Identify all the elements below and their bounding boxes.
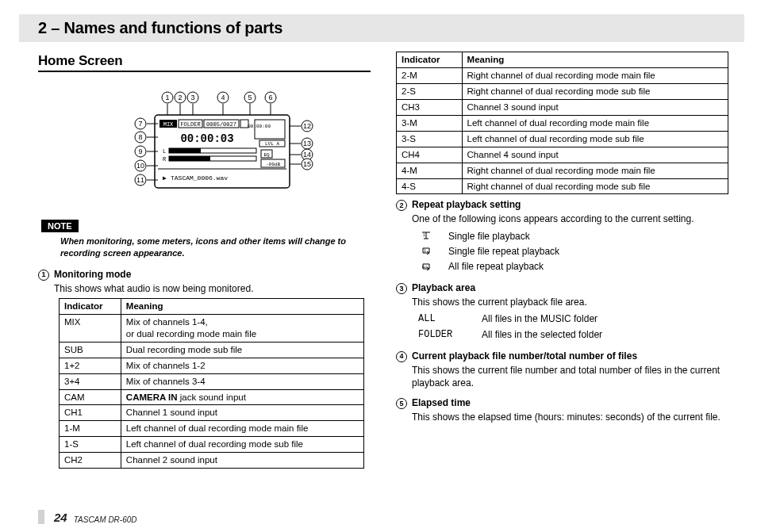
item-number-icon: 3 xyxy=(396,283,407,294)
table-cell: 2-M xyxy=(397,67,463,83)
svg-text:14: 14 xyxy=(302,151,310,159)
table-row: CH4Channel 4 sound input xyxy=(397,147,728,163)
svg-text:EQ: EQ xyxy=(263,152,270,158)
svg-text:L: L xyxy=(163,148,166,155)
svg-text:12: 12 xyxy=(302,122,310,130)
table-row: CH1Channel 1 sound input xyxy=(60,405,364,421)
mapping-list: ALLAll files in the MUSIC folderFOLDERAl… xyxy=(418,312,728,342)
item-title: Elapsed time xyxy=(412,397,471,408)
item-number-icon: 4 xyxy=(396,351,407,362)
svg-text:LVL A: LVL A xyxy=(264,141,279,147)
note-text: When monitoring, some meters, icons and … xyxy=(60,235,371,259)
table-cell: Mix of channels 3-4 xyxy=(121,373,364,389)
table-row: CH3Channel 3 sound input xyxy=(397,99,728,115)
table-cell: 4-S xyxy=(397,178,463,194)
item-desc: This shows what audio is now being monit… xyxy=(54,282,371,295)
table-cell: SUB xyxy=(60,342,121,358)
table-cell: CAMERA IN jack sound input xyxy=(121,389,364,405)
all-repeat-icon: ALL xyxy=(418,262,434,273)
options-list: 1Single file playback1Single file repeat… xyxy=(418,229,728,275)
table-cell: Mix of channels 1-4,or dual recording mo… xyxy=(121,314,364,342)
table-cell: MIX xyxy=(60,314,121,342)
table-row: 3+4Mix of channels 3-4 xyxy=(60,373,364,389)
table-cell: 3+4 xyxy=(60,373,121,389)
note-tag: NOTE xyxy=(41,220,79,232)
table-cell: CH2 xyxy=(60,453,121,469)
svg-text:8: 8 xyxy=(138,133,142,141)
table-header: Indicator xyxy=(397,52,463,68)
item-title: Repeat playback setting xyxy=(412,199,521,210)
svg-rect-36 xyxy=(169,156,210,161)
svg-text:00:00:00: 00:00:00 xyxy=(248,124,271,129)
table-cell: Left channel of dual recording mode sub … xyxy=(462,131,728,147)
table-cell: 3-M xyxy=(397,115,463,131)
svg-text:3: 3 xyxy=(190,94,194,101)
table-cell: CH3 xyxy=(397,99,463,115)
svg-text:ALL: ALL xyxy=(422,265,428,269)
svg-text:TASCAM_0006.wav: TASCAM_0006.wav xyxy=(171,174,228,182)
single-play-icon: 1 xyxy=(418,231,434,242)
table-cell: Right channel of dual recording mode sub… xyxy=(462,83,728,99)
svg-text:▶: ▶ xyxy=(163,174,167,182)
svg-text:6: 6 xyxy=(268,94,272,101)
chapter-title: 2 – Names and functions of parts xyxy=(19,14,744,42)
home-screen-diagram: 1 2 3 4 5 6 xyxy=(38,80,371,207)
table-row: 2-MRight channel of dual recording mode … xyxy=(397,67,728,83)
table-row: 3-SLeft channel of dual recording mode s… xyxy=(397,131,728,147)
table-cell: Mix of channels 1-2 xyxy=(121,358,364,373)
table-cell: 2-S xyxy=(397,83,463,99)
svg-text:10: 10 xyxy=(136,162,144,170)
table-cell: CAM xyxy=(60,389,121,405)
footer-model: TASCAM DR-60D xyxy=(74,515,137,524)
svg-text:7: 7 xyxy=(138,120,142,128)
table-row: CAMCAMERA IN jack sound input xyxy=(60,389,364,405)
table-cell: 1-S xyxy=(60,437,121,453)
table-header: Indicator xyxy=(60,298,121,314)
option-row: 1Single file repeat playback xyxy=(418,244,728,259)
item-4: 4Current playback file number/total numb… xyxy=(396,350,728,389)
item-desc: This shows the current playback file are… xyxy=(412,296,728,308)
table-row: 4-SRight channel of dual recording mode … xyxy=(397,178,728,194)
option-label: Single file playback xyxy=(448,229,530,244)
mapping-label: All files in the selected folder xyxy=(482,327,602,343)
item-number-icon: 5 xyxy=(396,398,407,409)
table-cell: 1-M xyxy=(60,421,121,437)
page-footer: 24 TASCAM DR-60D xyxy=(38,510,137,524)
table-cell: Left channel of dual recording mode sub … xyxy=(121,437,364,453)
table-cell: Right channel of dual recording mode sub… xyxy=(462,178,728,194)
table-cell: Left channel of dual recording mode main… xyxy=(121,421,364,437)
mapping-row: FOLDERAll files in the selected folder xyxy=(418,327,728,343)
indicator-table: IndicatorMeaningMIXMix of channels 1-4,o… xyxy=(59,298,364,469)
table-cell: Left channel of dual recording mode main… xyxy=(462,115,728,131)
item-title: Current playback file number/total numbe… xyxy=(412,350,637,362)
table-cell: 3-S xyxy=(397,131,463,147)
svg-rect-33 xyxy=(169,148,201,153)
table-row: 3-MLeft channel of dual recording mode m… xyxy=(397,115,728,131)
table-cell: Right channel of dual recording mode mai… xyxy=(462,67,728,83)
table-row: 1-SLeft channel of dual recording mode s… xyxy=(60,437,364,453)
table-row: 1+2Mix of channels 1-2 xyxy=(60,358,364,373)
svg-text:1: 1 xyxy=(165,94,169,101)
table-cell: 4-M xyxy=(397,163,463,178)
mapping-key: FOLDER xyxy=(418,327,467,343)
mapping-row: ALLAll files in the MUSIC folder xyxy=(418,312,728,327)
item-desc: This shows the current file number and t… xyxy=(412,364,728,389)
footer-accent xyxy=(38,510,44,524)
item-number-icon: 2 xyxy=(396,200,407,211)
item-title: Monitoring mode xyxy=(54,269,131,280)
item-title: Playback area xyxy=(412,282,475,293)
table-cell: Channel 4 sound input xyxy=(462,147,728,163)
svg-text:11: 11 xyxy=(136,176,144,184)
section-heading: Home Screen xyxy=(38,53,371,72)
svg-text:MIX: MIX xyxy=(163,121,173,128)
table-row: 2-SRight channel of dual recording mode … xyxy=(397,83,728,99)
svg-text:00:00:03: 00:00:03 xyxy=(180,132,233,145)
item-number-icon: 1 xyxy=(38,270,49,281)
table-cell: Dual recording mode sub file xyxy=(121,342,364,358)
mapping-label: All files in the MUSIC folder xyxy=(482,312,598,327)
table-cell: CH4 xyxy=(397,147,463,163)
table-cell: 1+2 xyxy=(60,358,121,373)
option-row: 1Single file playback xyxy=(418,229,728,244)
svg-text:1: 1 xyxy=(423,232,425,237)
page-number: 24 xyxy=(54,511,67,524)
